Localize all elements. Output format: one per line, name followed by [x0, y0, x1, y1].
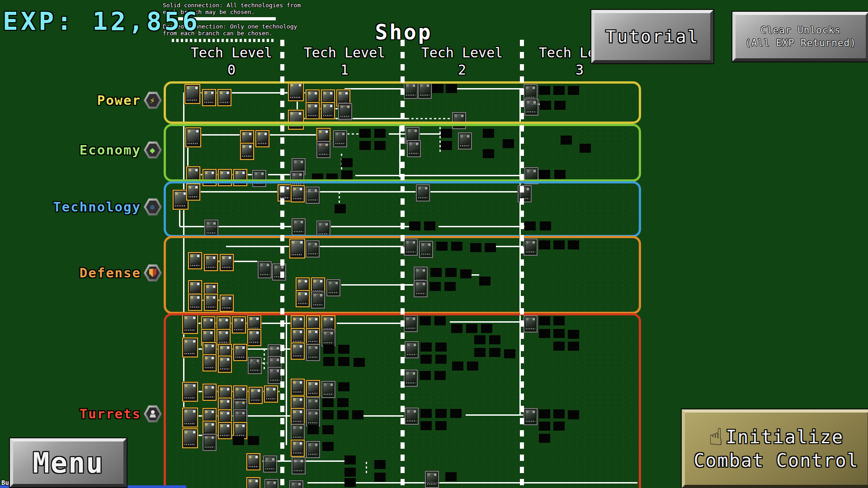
- dashed-line-sample: [172, 39, 276, 42]
- hex-glyph: ⚛: [150, 202, 156, 211]
- tech-level-number: 3: [521, 61, 638, 79]
- pointing-hand-icon: ☝: [709, 428, 724, 446]
- row-label-text-technology: Technology: [53, 199, 141, 215]
- hex-inner: ◆: [146, 143, 160, 157]
- tech-level-header-1: Tech Level1: [286, 44, 403, 79]
- science-icon: ⚛: [144, 198, 162, 216]
- tech-level-label: Tech Level: [286, 44, 403, 61]
- row-label-text-economy: Economy: [80, 142, 141, 158]
- exp-counter: EXP: 12,856: [3, 6, 200, 36]
- row-label-text-turrets: Turrets: [80, 406, 141, 422]
- shield-icon: [144, 264, 162, 282]
- gem-icon: ◆: [144, 141, 162, 159]
- clear-unlocks-line1: Clear Unlocks: [760, 24, 840, 37]
- lightning-icon: ⚡: [144, 91, 162, 109]
- row-label-economy: Economy◆: [80, 141, 162, 159]
- row-label-defense: Defense: [80, 264, 162, 282]
- column-separator-0: [280, 40, 284, 488]
- shield-glyph: [149, 269, 156, 277]
- hex-inner: ⚛: [146, 200, 160, 214]
- tech-level-label: Tech Level: [403, 44, 521, 61]
- hex-glyph: ◆: [150, 145, 156, 155]
- tech-level-number: 2: [403, 61, 521, 79]
- column-separator-2: [520, 40, 524, 488]
- hex-inner: [146, 407, 160, 421]
- initialize-line1: Initialize: [726, 425, 844, 449]
- tech-level-label: Tech Level: [173, 44, 290, 61]
- row-label-text-defense: Defense: [80, 265, 141, 281]
- initialize-combat-control-button[interactable]: ☝ Initialize Combat Control: [682, 409, 868, 488]
- tutorial-button-label: Tutorial: [605, 27, 699, 47]
- row-label-power: Power⚡: [97, 91, 162, 109]
- turret-glyph: [149, 410, 156, 418]
- menu-button-label: Menu: [33, 446, 104, 479]
- clear-unlocks-button[interactable]: Clear Unlocks (All EXP Returned): [732, 12, 868, 61]
- row-label-text-power: Power: [97, 93, 141, 108]
- menu-button[interactable]: Menu: [10, 438, 127, 487]
- row-label-technology: Technology⚛: [53, 198, 162, 216]
- hex-inner: ⚡: [146, 94, 160, 107]
- hex-glyph: ⚡: [150, 96, 156, 105]
- column-separator-1: [401, 40, 405, 488]
- tech-level-header-2: Tech Level2: [403, 44, 521, 79]
- turret-icon: [144, 405, 162, 423]
- tech-level-number: 0: [173, 61, 290, 79]
- tech-level-number: 1: [286, 61, 403, 79]
- tech-level-header-0: Tech Level0: [173, 44, 290, 79]
- hex-inner: [146, 266, 160, 280]
- row-label-turrets: Turrets: [80, 405, 162, 423]
- initialize-line2: Combat Control: [693, 449, 859, 472]
- tutorial-button[interactable]: Tutorial: [591, 10, 713, 63]
- clear-unlocks-line2: (All EXP Returned): [745, 37, 856, 49]
